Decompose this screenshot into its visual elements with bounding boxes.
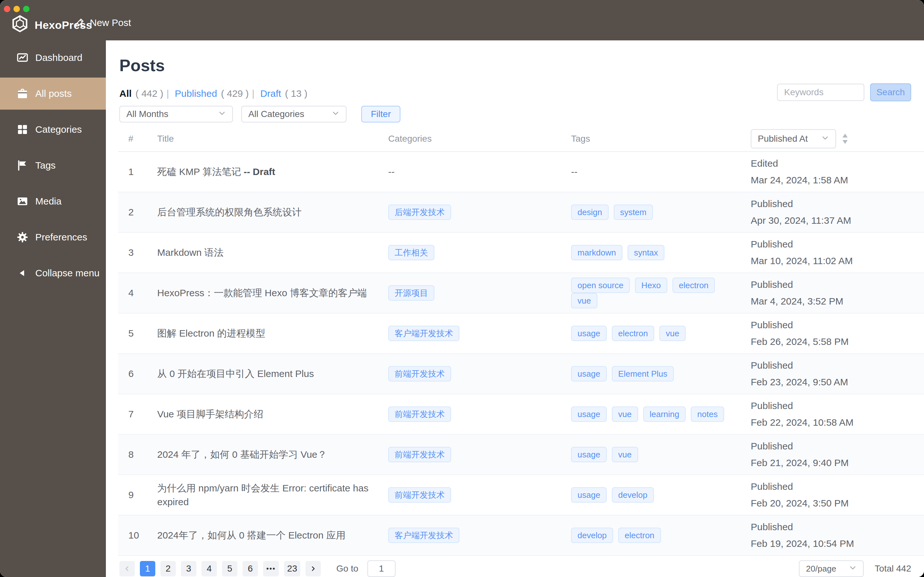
- tag-chip[interactable]: usage: [571, 406, 607, 422]
- post-title-link[interactable]: 2024年了，如何从 0 搭建一个 Electron 应用: [157, 528, 388, 542]
- tag-chip[interactable]: develop: [612, 487, 654, 503]
- post-title-link[interactable]: HexoPress：一款能管理 Hexo 博客文章的客户端: [157, 286, 388, 300]
- post-title-link[interactable]: 从 0 开始在项目中引入 Element Plus: [157, 367, 388, 381]
- sidebar-item-collapse-menu[interactable]: Collapse menu: [0, 257, 106, 289]
- category-chip[interactable]: 前端开发技术: [388, 366, 451, 382]
- tab-count: ( 442 ): [136, 88, 163, 99]
- post-title-link[interactable]: 图解 Electron 的进程模型: [157, 326, 388, 340]
- chevron-down-icon: [821, 134, 829, 144]
- sidebar-item-media[interactable]: Media: [0, 185, 106, 218]
- goto-label: Go to: [336, 564, 358, 574]
- table-row: 102024年了，如何从 0 搭建一个 Electron 应用客户端开发技术de…: [118, 516, 924, 556]
- tag-chip[interactable]: open source: [571, 277, 630, 293]
- row-categories: --: [388, 166, 571, 177]
- minimize-window-button[interactable]: [13, 6, 20, 12]
- tag-chip[interactable]: Element Plus: [612, 366, 674, 382]
- category-chip[interactable]: 前端开发技术: [388, 447, 451, 462]
- tab-count: ( 13 ): [285, 88, 307, 99]
- page-button-1[interactable]: 1: [140, 561, 155, 576]
- tag-chip[interactable]: vue: [571, 293, 598, 308]
- tag-chip[interactable]: markdown: [571, 245, 622, 260]
- sort-field-select[interactable]: Published At: [751, 129, 836, 148]
- post-title-link[interactable]: 为什么用 npm/yarn 时会发生 Error: certificate ha…: [157, 481, 388, 509]
- post-title-link[interactable]: 死磕 KMP 算法笔记 -- Draft: [157, 165, 388, 179]
- post-title-link[interactable]: 2024 年了，如何 0 基础开始学习 Vue？: [157, 448, 388, 462]
- sort-order-icon[interactable]: [841, 132, 849, 145]
- tag-chip[interactable]: electron: [612, 326, 654, 341]
- empty-categories-placeholder: --: [388, 166, 395, 177]
- category-chip[interactable]: 开源项目: [388, 285, 435, 301]
- tab-published[interactable]: Published: [175, 88, 217, 99]
- tag-chip[interactable]: vue: [612, 447, 638, 462]
- page-button-3[interactable]: 3: [181, 561, 196, 576]
- row-categories: 客户端开发技术: [388, 528, 571, 543]
- row-tags: usagevuelearningnotes: [571, 406, 751, 422]
- post-date: Feb 19, 2024, 10:54 PM: [751, 538, 924, 549]
- new-post-button[interactable]: New Post: [74, 17, 131, 28]
- zoom-window-button[interactable]: [23, 6, 29, 12]
- categories-select-value: All Categories: [248, 109, 304, 119]
- category-chip[interactable]: 工作相关: [388, 245, 435, 260]
- table-row: 1死磕 KMP 算法笔记 -- Draft----EditedMar 24, 2…: [118, 152, 924, 192]
- tag-chip[interactable]: usage: [571, 326, 607, 341]
- tab-count: ( 429 ): [221, 88, 249, 99]
- tag-chip[interactable]: usage: [571, 447, 607, 462]
- goto-page-input[interactable]: [367, 560, 396, 577]
- post-status: Published: [751, 198, 924, 210]
- page-button-6[interactable]: 6: [242, 561, 258, 576]
- tag-chip[interactable]: notes: [691, 406, 724, 422]
- tag-chip[interactable]: electron: [672, 277, 715, 293]
- post-date: Mar 24, 2024, 1:58 AM: [751, 175, 924, 185]
- tag-chip[interactable]: usage: [571, 366, 607, 382]
- search-button[interactable]: Search: [870, 83, 911, 101]
- post-title-text: 从 0 开始在项目中引入 Element Plus: [157, 368, 314, 379]
- more-pages-button[interactable]: •••: [263, 561, 279, 576]
- page-button-23[interactable]: 23: [284, 561, 300, 576]
- next-page-button[interactable]: [305, 561, 321, 576]
- tag-chip[interactable]: electron: [618, 528, 661, 543]
- page-button-2[interactable]: 2: [160, 561, 176, 576]
- prev-page-button[interactable]: [120, 561, 135, 576]
- tag-chip[interactable]: syntax: [628, 245, 664, 260]
- sidebar-item-all-posts[interactable]: All posts: [0, 77, 106, 110]
- sidebar-item-dashboard[interactable]: Dashboard: [0, 42, 106, 74]
- tag-chip[interactable]: system: [614, 205, 653, 220]
- post-title-link[interactable]: Vue 项目脚手架结构介绍: [157, 407, 388, 421]
- tab-all[interactable]: All: [120, 88, 132, 99]
- category-chip[interactable]: 前端开发技术: [388, 487, 451, 503]
- tag-chip[interactable]: vue: [612, 406, 638, 422]
- post-title-link[interactable]: 后台管理系统的权限角色系统设计: [157, 205, 388, 219]
- tag-chip[interactable]: Hexo: [635, 277, 667, 293]
- index-column-header: #: [128, 134, 157, 144]
- category-chip[interactable]: 前端开发技术: [388, 406, 451, 422]
- months-select[interactable]: All Months: [120, 106, 233, 122]
- tag-chip[interactable]: learning: [643, 406, 686, 422]
- sidebar-item-categories[interactable]: Categories: [0, 113, 106, 145]
- title-column-header: Title: [157, 134, 388, 144]
- page-size-select[interactable]: 20/page: [799, 560, 864, 577]
- tag-chip[interactable]: vue: [659, 326, 686, 341]
- category-chip[interactable]: 后端开发技术: [388, 205, 451, 220]
- tag-chip[interactable]: develop: [571, 528, 613, 543]
- page-button-5[interactable]: 5: [222, 561, 237, 576]
- tag-chip[interactable]: design: [571, 205, 609, 220]
- chevron-down-icon: [332, 109, 339, 119]
- keywords-input[interactable]: [777, 84, 864, 101]
- page-button-4[interactable]: 4: [202, 561, 217, 576]
- categories-select[interactable]: All Categories: [241, 106, 347, 122]
- sidebar-nav: DashboardAll postsCategoriesTagsMediaPre…: [0, 40, 106, 577]
- filter-button[interactable]: Filter: [361, 106, 401, 122]
- sidebar-item-tags[interactable]: Tags: [0, 149, 106, 181]
- sidebar-item-preferences[interactable]: Preferences: [0, 221, 106, 253]
- row-categories: 前端开发技术: [388, 447, 571, 462]
- close-window-button[interactable]: [4, 6, 10, 12]
- category-chip[interactable]: 客户端开发技术: [388, 326, 459, 341]
- table-row: 7Vue 项目脚手架结构介绍前端开发技术usagevuelearningnote…: [118, 394, 924, 435]
- sidebar-item-label: All posts: [35, 88, 71, 99]
- filter-row: All Months All Categories Filter: [120, 106, 924, 122]
- tag-chip[interactable]: usage: [571, 487, 607, 503]
- tab-draft[interactable]: Draft: [260, 88, 281, 99]
- table-row: 6从 0 开始在项目中引入 Element Plus前端开发技术usageEle…: [118, 354, 924, 394]
- post-title-link[interactable]: Markdown 语法: [157, 245, 388, 259]
- category-chip[interactable]: 客户端开发技术: [388, 528, 459, 543]
